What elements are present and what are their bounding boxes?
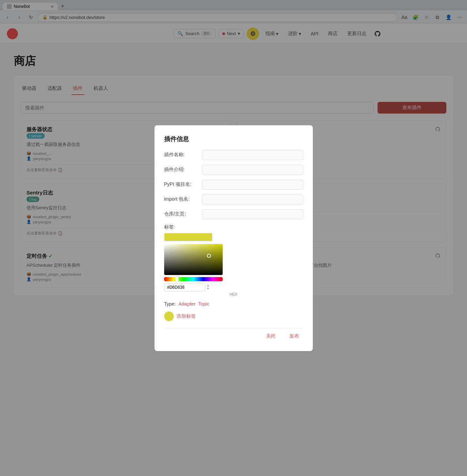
pypi-name-input[interactable]	[202, 180, 303, 190]
hex-row: ▲ ▼	[164, 283, 303, 292]
form-row-desc: 插件介绍:	[164, 165, 303, 175]
gradient-cursor[interactable]	[207, 254, 211, 258]
type-label: Type:	[164, 301, 176, 306]
color-preview-row	[164, 233, 303, 241]
form-row-pypi: PyPI 项目名:	[164, 180, 303, 190]
color-gradient-picker[interactable]	[164, 244, 223, 275]
form-label-name: 插件名称:	[164, 152, 202, 158]
color-preview-box[interactable]	[164, 233, 212, 241]
form-row-repo: 仓库/主页:	[164, 209, 303, 219]
plugin-info-modal: 插件信息 插件名称: 插件介绍: PyPI 项目名: import 包名: 仓库…	[155, 125, 313, 306]
gradient-brightness	[164, 244, 223, 275]
form-row-name: 插件名称:	[164, 150, 303, 160]
form-label-desc: 插件介绍:	[164, 167, 202, 173]
type-adapter-option[interactable]: Adapter	[179, 301, 195, 306]
form-label-pypi: PyPI 项目名:	[164, 181, 202, 188]
modal-title: 插件信息	[164, 135, 303, 143]
type-topic-option[interactable]: Topic	[198, 301, 210, 306]
form-label-import: import 包名:	[164, 196, 202, 202]
hue-slider[interactable]	[164, 277, 223, 281]
tags-label: 标签:	[164, 224, 303, 230]
repo-input[interactable]	[202, 209, 303, 219]
hex-up-arrow[interactable]: ▲	[207, 284, 210, 287]
form-row-import: import 包名:	[164, 194, 303, 204]
modal-overlay[interactable]: 插件信息 插件名称: 插件介绍: PyPI 项目名: import 包名: 仓库…	[0, 0, 467, 305]
plugin-name-input[interactable]	[202, 150, 303, 160]
color-picker-area: ▲ ▼ HEX	[164, 233, 303, 296]
import-name-input[interactable]	[202, 194, 303, 204]
hex-down-arrow[interactable]: ▼	[207, 287, 210, 290]
hex-color-input[interactable]	[164, 283, 205, 292]
hex-arrows[interactable]: ▲ ▼	[207, 284, 210, 290]
hex-label: HEX	[164, 292, 303, 296]
plugin-desc-input[interactable]	[202, 165, 303, 175]
form-label-repo: 仓库/主页:	[164, 211, 202, 217]
type-row: Type: Adapter Topic	[164, 301, 303, 306]
hue-cursor	[175, 276, 179, 282]
